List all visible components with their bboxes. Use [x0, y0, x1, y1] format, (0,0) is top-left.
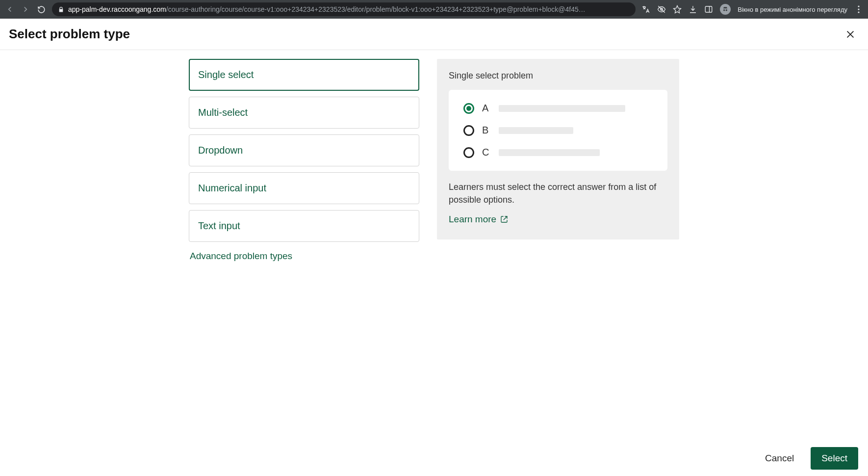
reload-button[interactable] — [36, 4, 46, 14]
preview-title: Single select problem — [449, 71, 667, 81]
url-path: /course-authoring/course/course-v1:ooo+2… — [166, 5, 586, 13]
advanced-link-label: Advanced problem types — [190, 251, 292, 261]
incognito-label: Вікно в режимі анонімного перегляду — [738, 6, 847, 13]
type-option-single-select[interactable]: Single select — [189, 59, 419, 91]
forward-button[interactable] — [21, 4, 30, 14]
radio-unselected-icon — [463, 125, 474, 136]
radio-selected-icon — [463, 103, 474, 114]
star-icon[interactable] — [673, 5, 682, 14]
preview-panel: Single select problem A B C — [437, 59, 679, 239]
advanced-problem-types-link[interactable]: Advanced problem types — [189, 251, 419, 262]
cancel-button[interactable]: Cancel — [758, 448, 801, 469]
learn-more-label: Learn more — [449, 214, 496, 225]
back-button[interactable] — [5, 4, 15, 14]
type-option-label: Single select — [198, 69, 254, 80]
content-area: Single select Multi-select Dropdown Nume… — [0, 50, 868, 476]
footer-actions: Cancel Select — [748, 441, 868, 476]
preview-card: A B C — [449, 90, 667, 171]
preview-description: Learners must select the correct answer … — [449, 181, 667, 206]
preview-option-letter: C — [482, 147, 491, 158]
preview-option-placeholder-bar — [499, 127, 573, 134]
type-option-label: Dropdown — [198, 145, 243, 156]
download-icon[interactable] — [689, 5, 697, 14]
page: Select problem type Single select Multi-… — [0, 19, 868, 476]
chrome-menu-icon[interactable] — [854, 5, 863, 14]
chrome-right-icons: Вікно в режимі анонімного перегляду — [641, 4, 863, 15]
eye-off-icon[interactable] — [657, 5, 666, 14]
url-domain: app-palm-dev.raccoongang.com — [68, 5, 166, 13]
type-option-label: Text input — [198, 220, 240, 231]
url-bar[interactable]: app-palm-dev.raccoongang.com/course-auth… — [52, 2, 636, 16]
page-header: Select problem type — [0, 19, 868, 50]
preview-option-row: A — [463, 103, 653, 114]
preview-option-letter: B — [482, 125, 491, 136]
type-option-label: Multi-select — [198, 107, 248, 118]
incognito-icon[interactable] — [720, 4, 731, 15]
page-title: Select problem type — [9, 26, 130, 42]
preview-option-letter: A — [482, 103, 491, 114]
learn-more-link[interactable]: Learn more — [449, 214, 667, 225]
translate-icon[interactable] — [641, 5, 650, 14]
lock-icon — [58, 6, 64, 13]
svg-point-4 — [858, 5, 859, 7]
panel-icon[interactable] — [704, 5, 713, 14]
problem-type-list: Single select Multi-select Dropdown Nume… — [189, 59, 419, 476]
svg-rect-1 — [706, 6, 713, 12]
browser-chrome: app-palm-dev.raccoongang.com/course-auth… — [0, 0, 868, 19]
type-option-label: Numerical input — [198, 183, 266, 193]
select-button-label: Select — [821, 453, 847, 463]
preview-option-row: B — [463, 125, 653, 136]
svg-point-5 — [858, 8, 859, 10]
svg-point-3 — [726, 9, 728, 11]
close-button[interactable] — [842, 26, 859, 43]
svg-point-2 — [723, 9, 725, 11]
type-option-text-input[interactable]: Text input — [189, 210, 419, 242]
select-button[interactable]: Select — [811, 447, 858, 470]
preview-option-placeholder-bar — [499, 105, 625, 112]
external-link-icon — [500, 215, 508, 223]
preview-option-placeholder-bar — [499, 149, 600, 156]
svg-point-6 — [858, 11, 859, 13]
type-option-multi-select[interactable]: Multi-select — [189, 97, 419, 129]
preview-option-row: C — [463, 147, 653, 158]
radio-unselected-icon — [463, 147, 474, 158]
type-option-numerical-input[interactable]: Numerical input — [189, 172, 419, 204]
cancel-button-label: Cancel — [765, 453, 794, 463]
type-option-dropdown[interactable]: Dropdown — [189, 134, 419, 166]
